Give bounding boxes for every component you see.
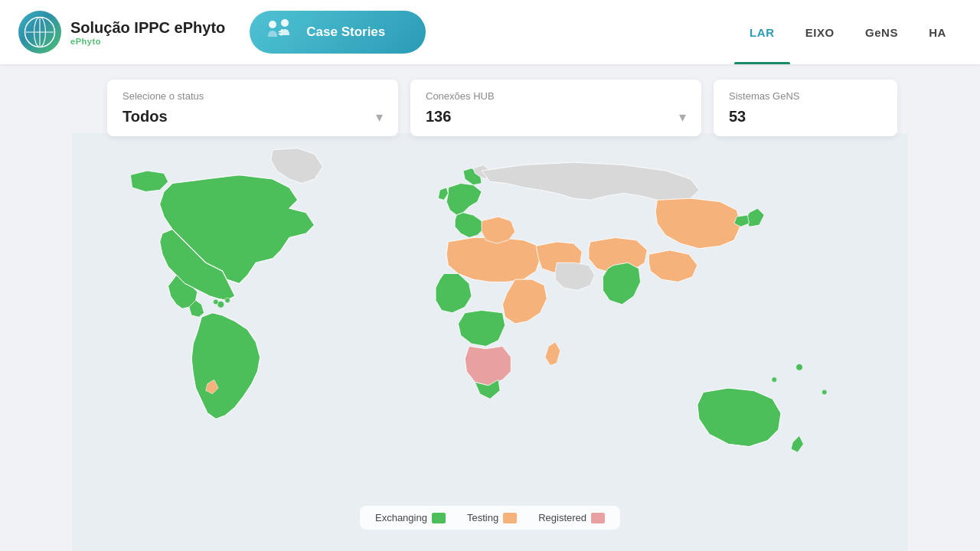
case-stories-label: Case Stories: [306, 24, 385, 40]
case-stories-button[interactable]: Case Stories: [250, 11, 426, 54]
legend-testing-box: [503, 513, 517, 523]
svg-point-9: [214, 299, 219, 305]
svg-point-12: [822, 390, 828, 395]
nav-label-eixo: EIXO: [805, 26, 835, 39]
nav-label-gens: GeNS: [865, 26, 898, 39]
svg-point-11: [772, 377, 777, 383]
nav-item-gens[interactable]: GeNS: [850, 0, 913, 64]
main-nav: LAR EIXO GeNS HA: [734, 0, 962, 64]
nav-label-ha: HA: [929, 26, 946, 39]
nav-item-eixo[interactable]: EIXO: [790, 0, 850, 64]
hub-filter-card: Conexões HUB 136 ▾: [410, 80, 701, 136]
logo-area: Solução IPPC ePhyto ePhyto: [18, 11, 225, 54]
nav-label-lar: LAR: [750, 26, 775, 39]
header: Solução IPPC ePhyto ePhyto Case Stories …: [0, 0, 980, 64]
logo-text: Solução IPPC ePhyto ePhyto: [70, 18, 225, 46]
logo-title: Solução IPPC ePhyto: [70, 18, 225, 37]
legend-registered-label: Registered: [538, 512, 586, 523]
filter-row: Selecione o status Todos ▾ Conexões HUB …: [0, 64, 980, 152]
legend-exchanging: Exchanging: [375, 512, 446, 523]
gens-filter-value: 53: [729, 108, 746, 126]
gens-filter-card: Sistemas GeNS 53: [714, 80, 897, 136]
legend-testing-label: Testing: [467, 512, 498, 523]
status-dropdown-arrow[interactable]: ▾: [376, 109, 383, 126]
status-filter-card: Selecione o status Todos ▾: [107, 80, 398, 136]
main-content: Selecione o status Todos ▾ Conexões HUB …: [0, 64, 980, 551]
status-filter-label: Selecione o status: [122, 90, 383, 102]
legend-testing: Testing: [467, 512, 517, 523]
svg-point-10: [796, 364, 803, 370]
world-map: [0, 133, 980, 551]
svg-point-4: [269, 21, 276, 28]
legend-registered-box: [591, 513, 605, 523]
logo-icon: [18, 11, 61, 54]
case-stories-icon: [262, 14, 299, 51]
legend-registered: Registered: [538, 512, 605, 523]
nav-item-lar[interactable]: LAR: [734, 0, 790, 64]
logo-subtitle: ePhyto: [70, 37, 225, 46]
legend-exchanging-box: [432, 513, 446, 523]
svg-point-5: [281, 19, 289, 27]
hub-filter-value: 136: [426, 108, 451, 126]
nav-item-ha[interactable]: HA: [913, 0, 962, 64]
hub-dropdown-arrow[interactable]: ▾: [679, 109, 686, 126]
map-legend: Exchanging Testing Registered: [360, 506, 620, 530]
svg-point-8: [225, 298, 230, 303]
legend-exchanging-label: Exchanging: [375, 512, 427, 523]
status-filter-value: Todos: [122, 108, 168, 126]
hub-filter-label: Conexões HUB: [426, 90, 686, 102]
gens-filter-label: Sistemas GeNS: [729, 90, 882, 102]
